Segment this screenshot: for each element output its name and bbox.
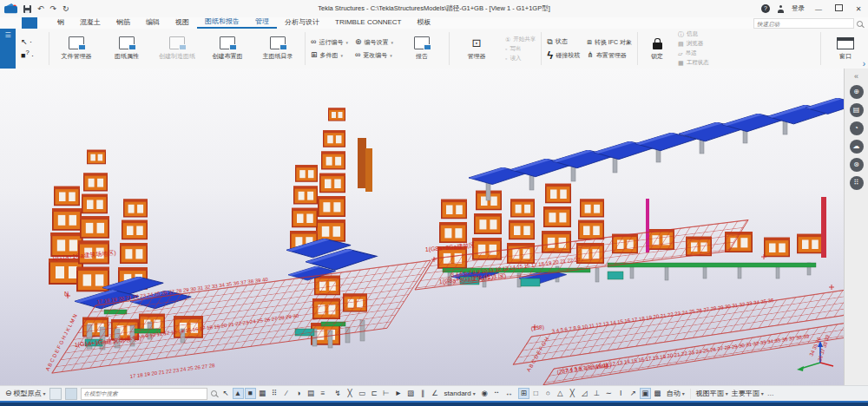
layout-manager-button[interactable]: ⋔ 布置管理器: [587, 51, 632, 60]
redo-icon[interactable]: ↷: [50, 4, 57, 13]
side-pane-icon[interactable]: ⊕: [850, 85, 864, 99]
ribbon-tab[interactable]: 图纸和报告: [197, 17, 247, 29]
selection-switch-icon[interactable]: ▦: [257, 388, 268, 399]
ribbon-expand-icon[interactable]: ›: [863, 59, 865, 69]
lock-button[interactable]: 锁定: [640, 29, 674, 69]
ribbon-tab[interactable]: 管理: [247, 17, 277, 29]
minimize-button[interactable]: —: [812, 5, 825, 13]
ribbon-big-item[interactable]: 创建布置图: [202, 29, 253, 69]
ribbon-tab[interactable]: 钢: [49, 17, 72, 29]
snap-switch-icon[interactable]: ↗: [628, 388, 639, 399]
ribbon-tab[interactable]: 模板: [409, 17, 438, 29]
phases-button[interactable]: ⧉ 状态: [547, 37, 580, 46]
ribbon-big-item[interactable]: 创建制造图纸: [152, 29, 202, 69]
selection-switch-icon[interactable]: ■: [245, 388, 256, 399]
tool-switch-icon[interactable]: ▭: [357, 388, 368, 399]
selection-switch-icon[interactable]: ∕: [281, 388, 293, 399]
tool-switch-icon[interactable]: ∠: [430, 388, 441, 399]
selection-switch-icon[interactable]: ▤: [306, 388, 317, 399]
selection-switch-icon[interactable]: ≡: [318, 388, 329, 399]
tool-switch-icon[interactable]: ↯: [332, 388, 344, 399]
ribbon-big-item[interactable]: 主图纸目录: [253, 29, 303, 69]
window-button[interactable]: 窗口: [823, 29, 868, 69]
ribbon-big-item[interactable]: 文件管理器: [51, 29, 102, 69]
snap-switch-icon[interactable]: ○: [542, 388, 554, 399]
side-pane-icon[interactable]: ⊛: [850, 158, 864, 172]
quick-launch-input[interactable]: [753, 18, 854, 29]
snap-switch-icon[interactable]: ◿: [579, 388, 590, 399]
maximize-button[interactable]: [832, 4, 845, 13]
convert-ifc-button[interactable]: ⧈ 转换 IFC 对象: [587, 38, 632, 47]
ribbon-tab[interactable]: TRIMBLE CONNECT: [327, 17, 409, 29]
ribbon-tab[interactable]: 视图: [168, 17, 197, 29]
manager-button[interactable]: ⊡ 管理器: [451, 29, 502, 69]
ribbon-small-item[interactable]: ⊞ 多件图 ▾: [311, 51, 348, 60]
main-plane-dropdown[interactable]: 主要平面: [732, 389, 764, 398]
tool-switch-icon[interactable]: ⊏: [369, 388, 380, 399]
file-menu-button[interactable]: [22, 17, 37, 29]
ribbon-small-item[interactable]: ∞ 更改编号 ▾: [355, 51, 393, 60]
area-select-tool-icon[interactable]: ■? ·: [21, 49, 47, 59]
login-button[interactable]: 登录: [792, 4, 805, 13]
save-icon[interactable]: [23, 5, 31, 13]
selection-switch-icon[interactable]: ↖: [220, 388, 232, 399]
tool-switch-icon[interactable]: ►: [393, 388, 404, 399]
snap-switch-icon[interactable]: ▩: [652, 388, 663, 399]
selection-switch-icon[interactable]: ◑: [293, 388, 305, 399]
viewport-svg[interactable]: 1(G1a+1Ga建筑场地区)1(G1a+1Ga建筑场地- (5)1(G8a+8…: [0, 69, 844, 385]
cursor-tool-icon[interactable]: ↖ ·: [21, 38, 47, 45]
model-search-icon[interactable]: [211, 390, 217, 396]
info-item[interactable]: ▱ 吊运: [678, 49, 709, 57]
ribbon-tab[interactable]: 编辑: [138, 17, 168, 29]
snap-switch-icon[interactable]: I: [615, 388, 627, 399]
area-label: (138): [530, 324, 544, 332]
point-switch-icon[interactable]: ◉: [479, 388, 490, 399]
help-icon[interactable]: ?: [761, 4, 770, 13]
point-switch-icon[interactable]: ↔: [503, 388, 515, 399]
tool-switch-icon[interactable]: ▨: [405, 388, 417, 399]
side-pane-icon[interactable]: ☁: [850, 140, 864, 154]
model-view[interactable]: 1(G1a+1Ga建筑场地区)1(G1a+1Ga建筑场地- (5)1(G8a+8…: [0, 69, 844, 385]
selection-switch-icon[interactable]: ⠿: [269, 388, 280, 399]
view-plane-dropdown[interactable]: 视图平面: [696, 389, 728, 398]
point-switch-icon[interactable]: ⠒: [491, 388, 503, 399]
ribbon-tab[interactable]: 分析与设计: [277, 17, 327, 29]
report-button[interactable]: 报告: [397, 29, 447, 69]
more-button[interactable]: …: [767, 390, 774, 397]
info-item[interactable]: ▦ 工程状态: [678, 59, 709, 67]
snap-switch-icon[interactable]: ∼: [603, 388, 615, 399]
info-item[interactable]: ⓘ 信息: [678, 30, 709, 38]
tool-switch-icon[interactable]: ⊢: [381, 388, 392, 399]
model-search-input[interactable]: [81, 388, 207, 400]
side-pane-icon[interactable]: ⠿: [850, 176, 864, 190]
snap-switch-icon[interactable]: ⊞: [518, 388, 529, 399]
selection-switch-icon[interactable]: ▲: [233, 388, 244, 399]
ribbon-small-item[interactable]: ⊛ 编号设置 ▾: [355, 38, 393, 47]
tool-switch-icon[interactable]: ∥: [418, 388, 429, 399]
ribbon-tab[interactable]: 混凝土: [72, 17, 108, 29]
standard-dropdown[interactable]: standard: [444, 390, 476, 397]
side-pane-icon[interactable]: «: [850, 72, 864, 81]
ribbon-tab[interactable]: 钢筋: [108, 17, 138, 29]
snap-switch-icon[interactable]: ⊥: [591, 388, 602, 399]
toggle-button-2[interactable]: [65, 388, 77, 400]
model-origin-dropdown[interactable]: ⊖ 模型原点: [5, 389, 46, 398]
side-pane-icon[interactable]: ▤: [850, 103, 864, 117]
snap-switch-icon[interactable]: □: [530, 388, 542, 399]
info-item[interactable]: ▤ 浏览器: [678, 40, 709, 48]
side-menu-strip[interactable]: ☰: [0, 29, 16, 69]
ribbon-small-item[interactable]: ∞ 运行编号 ▾: [311, 38, 348, 47]
auto-dropdown[interactable]: 自动: [667, 389, 685, 398]
undo-icon[interactable]: ↶: [37, 4, 44, 13]
info-icon: ⓘ: [678, 30, 684, 38]
side-pane-icon[interactable]: ◔: [850, 121, 864, 135]
snap-switch-icon[interactable]: ▣: [640, 388, 651, 399]
snap-switch-icon[interactable]: △: [555, 388, 566, 399]
snap-switch-icon[interactable]: ╳: [567, 388, 578, 399]
toggle-button-1[interactable]: [49, 388, 62, 400]
clash-check-button[interactable]: ϟ 碰撞校核: [547, 50, 580, 60]
close-button[interactable]: ✕: [852, 5, 865, 13]
ribbon-big-item[interactable]: 图纸属性: [102, 29, 152, 69]
repeat-icon[interactable]: ↻: [62, 4, 69, 13]
tool-switch-icon[interactable]: ╳: [345, 388, 356, 399]
